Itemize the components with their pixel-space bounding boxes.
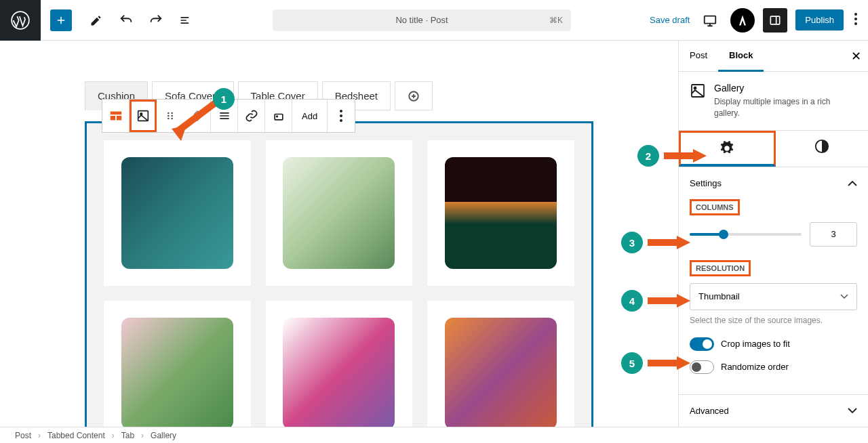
- gallery-image[interactable]: [104, 140, 251, 286]
- chevron-right-icon: ›: [38, 431, 41, 440]
- move-arrows[interactable]: [184, 100, 211, 132]
- annotation-badge-4: 4: [621, 290, 643, 312]
- annotation-badge-5: 5: [621, 352, 643, 374]
- columns-label: COLUMNS: [690, 199, 740, 215]
- breadcrumb: Post › Tabbed Content › Tab › Gallery: [0, 427, 868, 443]
- chevron-up-icon: [193, 110, 201, 115]
- svg-point-16: [167, 118, 170, 120]
- more-options-icon[interactable]: [328, 100, 355, 132]
- gallery-image[interactable]: [427, 301, 574, 443]
- astra-icon[interactable]: [730, 8, 755, 33]
- annotation-badge-2: 2: [637, 145, 659, 167]
- chevron-down-icon: [848, 408, 857, 413]
- tab-post[interactable]: Post: [679, 41, 718, 71]
- settings-heading: Settings: [690, 178, 722, 188]
- add-block-button[interactable]: [50, 9, 72, 31]
- svg-point-3: [854, 13, 857, 16]
- settings-tab-icon[interactable]: [679, 131, 776, 167]
- gallery-icon: [690, 83, 706, 99]
- svg-point-15: [171, 115, 173, 117]
- chevron-right-icon: ›: [112, 431, 115, 440]
- svg-point-5: [854, 22, 857, 25]
- crop-label: Crop images to fit: [721, 339, 790, 349]
- inspector-sidebar: Post Block ✕ Gallery Display multiple im…: [678, 41, 868, 427]
- chevron-down-icon: [193, 117, 201, 122]
- gallery-image[interactable]: [104, 301, 251, 443]
- document-title: No title · Post: [395, 15, 448, 25]
- sidebar-toggle-icon[interactable]: [763, 8, 787, 33]
- svg-point-17: [171, 118, 173, 120]
- link-icon[interactable]: [238, 100, 265, 132]
- svg-point-25: [694, 87, 696, 89]
- gallery-block-icon[interactable]: [130, 100, 157, 132]
- block-description: Display multiple images in a rich galler…: [714, 96, 857, 119]
- options-menu-icon[interactable]: [852, 13, 860, 28]
- randomize-toggle[interactable]: [690, 360, 714, 374]
- parent-block-icon[interactable]: [102, 100, 130, 132]
- save-draft-button[interactable]: Save draft: [650, 15, 690, 25]
- svg-point-14: [167, 115, 170, 117]
- breadcrumb-item[interactable]: Gallery: [151, 431, 176, 440]
- topbar: No title · Post ⌘K Save draft Publish: [0, 0, 868, 41]
- editor-canvas: Cushion Sofa Covers Table Cover Bedsheet: [0, 41, 678, 427]
- crop-toggle[interactable]: [690, 337, 714, 351]
- svg-rect-2: [771, 16, 780, 24]
- columns-slider[interactable]: [690, 233, 802, 236]
- breadcrumb-item[interactable]: Tabbed Content: [47, 431, 105, 440]
- svg-rect-1: [705, 16, 716, 23]
- resolution-label: RESOLUTION: [690, 260, 751, 276]
- resolution-value: Thumbnail: [698, 291, 740, 301]
- svg-point-12: [167, 112, 170, 114]
- svg-rect-7: [110, 112, 121, 115]
- svg-point-13: [171, 112, 173, 114]
- svg-point-21: [340, 114, 342, 117]
- columns-input[interactable]: [810, 222, 857, 247]
- resolution-help: Select the size of the source images.: [690, 316, 857, 325]
- resolution-select[interactable]: Thumbnail: [690, 283, 857, 310]
- breadcrumb-item[interactable]: Tab: [121, 431, 134, 440]
- tab-block[interactable]: Block: [718, 41, 764, 72]
- svg-point-4: [854, 18, 857, 20]
- add-tab-button[interactable]: [395, 81, 433, 110]
- svg-point-20: [340, 110, 342, 112]
- styles-tab-icon[interactable]: [776, 131, 869, 167]
- block-name: Gallery: [714, 83, 857, 93]
- breadcrumb-item[interactable]: Post: [15, 431, 31, 440]
- svg-rect-8: [110, 116, 115, 120]
- command-shortcut: ⌘K: [549, 16, 563, 25]
- randomize-label: Randomize order: [721, 362, 789, 372]
- annotation-badge-3: 3: [621, 232, 643, 253]
- svg-rect-9: [116, 116, 121, 120]
- list-view-icon[interactable]: [178, 12, 194, 28]
- wordpress-logo[interactable]: [0, 0, 41, 41]
- gallery-image[interactable]: [266, 301, 413, 443]
- chevron-down-icon: [840, 294, 848, 299]
- gallery-image[interactable]: [266, 140, 413, 286]
- gallery-block[interactable]: [85, 121, 593, 443]
- publish-button[interactable]: Publish: [795, 9, 844, 30]
- undo-icon[interactable]: [118, 12, 134, 28]
- svg-point-19: [276, 116, 277, 117]
- add-button[interactable]: Add: [292, 100, 328, 132]
- advanced-label: Advanced: [690, 406, 729, 416]
- drag-handle-icon[interactable]: [157, 100, 184, 132]
- close-sidebar-icon[interactable]: ✕: [851, 49, 861, 64]
- document-title-bar[interactable]: No title · Post ⌘K: [273, 9, 571, 31]
- redo-icon[interactable]: [148, 12, 164, 28]
- advanced-panel[interactable]: Advanced: [679, 394, 868, 427]
- svg-point-22: [340, 119, 342, 122]
- gallery-image[interactable]: [427, 140, 574, 286]
- chevron-up-icon[interactable]: [848, 178, 857, 188]
- chevron-right-icon: ›: [141, 431, 144, 440]
- replace-icon[interactable]: [265, 100, 292, 132]
- svg-rect-18: [275, 114, 283, 120]
- edit-icon[interactable]: [88, 12, 104, 28]
- preview-desktop-icon[interactable]: [698, 8, 722, 33]
- annotation-badge-1: 1: [213, 88, 235, 110]
